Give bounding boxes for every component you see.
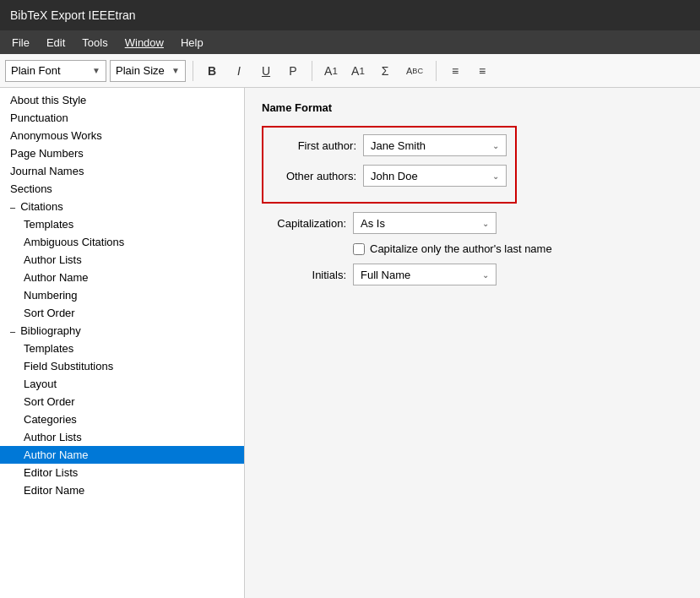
abc-button[interactable]: ABC: [400, 60, 429, 82]
initials-label: Initials:: [262, 269, 346, 281]
align-right-button[interactable]: ≡: [470, 60, 494, 82]
capitalize-checkbox[interactable]: [353, 243, 365, 255]
sidebar-label-editor-lists: Editor Lists: [24, 466, 78, 479]
sidebar-item-categories[interactable]: Categories: [0, 410, 244, 428]
other-authors-select[interactable]: John Doe ⌄: [363, 165, 507, 187]
sidebar-item-author-name-bib[interactable]: Author Name: [0, 446, 244, 464]
first-author-select[interactable]: Jane Smith ⌄: [363, 134, 507, 156]
size-arrow-icon: ▼: [171, 66, 180, 75]
sidebar-label-page-numbers: Page Numbers: [10, 147, 84, 160]
font-arrow-icon: ▼: [92, 66, 100, 75]
initials-arrow-icon: ⌄: [482, 270, 489, 280]
capitalization-select[interactable]: As Is ⌄: [353, 212, 497, 234]
capitalization-arrow-icon: ⌄: [482, 219, 489, 228]
menu-file[interactable]: File: [3, 33, 38, 52]
toolbar: Plain Font ▼ Plain Size ▼ B I U P A1 A1 …: [0, 54, 700, 88]
other-authors-label: Other authors:: [272, 170, 356, 182]
first-author-value: Jane Smith: [371, 139, 426, 152]
first-author-label: First author:: [272, 139, 356, 152]
other-authors-value: John Doe: [371, 170, 418, 182]
sidebar-item-anonymous[interactable]: Anonymous Works: [0, 127, 244, 144]
first-author-row: First author: Jane Smith ⌄: [272, 134, 507, 156]
app-title: BibTeX Export IEEEtran: [10, 8, 136, 22]
sidebar-item-journal-names[interactable]: Journal Names: [0, 162, 244, 180]
sidebar-item-sort-order-cit[interactable]: Sort Order: [0, 304, 244, 322]
toolbar-divider-3: [436, 61, 437, 81]
content-panel: Name Format First author: Jane Smith ⌄ O…: [245, 88, 700, 598]
sidebar-item-bibliography[interactable]: – Bibliography: [0, 322, 244, 340]
sidebar-item-author-lists-bib[interactable]: Author Lists: [0, 428, 244, 446]
sidebar-item-author-name-cit[interactable]: Author Name: [0, 269, 244, 286]
sidebar-item-sections[interactable]: Sections: [0, 180, 244, 198]
initials-value: Full Name: [361, 269, 410, 281]
sidebar-item-about[interactable]: About this Style: [0, 91, 244, 109]
sigma-button[interactable]: Σ: [373, 60, 397, 82]
sidebar-label-punctuation: Punctuation: [10, 111, 68, 124]
sidebar-label-about: About this Style: [10, 94, 86, 106]
sidebar-item-numbering[interactable]: Numbering: [0, 286, 244, 304]
title-bar: BibTeX Export IEEEtran: [0, 0, 700, 30]
sidebar-label-journal-names: Journal Names: [10, 165, 84, 177]
size-selector[interactable]: Plain Size ▼: [110, 60, 186, 82]
align-left-button[interactable]: ≡: [443, 60, 467, 82]
menu-help[interactable]: Help: [172, 33, 212, 52]
capitalize-checkbox-label: Capitalize only the author's last name: [370, 242, 552, 255]
sidebar-item-templates-cit[interactable]: Templates: [0, 215, 244, 233]
subscript-button[interactable]: A1: [346, 60, 370, 82]
sidebar-label-templates-cit: Templates: [24, 218, 73, 231]
sidebar-label-templates-bib: Templates: [24, 342, 73, 355]
other-authors-arrow-icon: ⌄: [492, 171, 499, 181]
toolbar-divider-2: [312, 61, 312, 81]
capitalization-row: Capitalization: As Is ⌄: [262, 212, 683, 234]
superscript-button[interactable]: A1: [319, 60, 343, 82]
sidebar-item-page-numbers[interactable]: Page Numbers: [0, 144, 244, 162]
italic-button[interactable]: I: [227, 60, 251, 82]
sidebar-label-field-subs: Field Substitutions: [24, 360, 113, 372]
bibliography-toggle-icon: –: [10, 326, 15, 336]
sidebar-label-citations: Citations: [20, 200, 63, 213]
sidebar-label-categories: Categories: [24, 413, 77, 426]
capitalization-label: Capitalization:: [262, 217, 346, 230]
sidebar-item-templates-bib[interactable]: Templates: [0, 340, 244, 357]
sidebar-item-punctuation[interactable]: Punctuation: [0, 109, 244, 127]
underline-button[interactable]: U: [254, 60, 278, 82]
menu-bar: File Edit Tools Window Help: [0, 30, 700, 54]
sidebar-label-author-lists-cit: Author Lists: [24, 253, 82, 266]
font-label: Plain Font: [11, 64, 61, 77]
first-author-arrow-icon: ⌄: [492, 141, 499, 150]
sidebar-label-sort-order-bib: Sort Order: [24, 395, 75, 408]
sidebar-item-layout[interactable]: Layout: [0, 375, 244, 393]
menu-edit[interactable]: Edit: [38, 33, 73, 52]
sidebar-label-sections: Sections: [10, 182, 52, 195]
sidebar-label-author-lists-bib: Author Lists: [24, 431, 82, 443]
sidebar-label-layout: Layout: [24, 378, 57, 390]
menu-window[interactable]: Window: [117, 33, 172, 52]
sidebar-item-author-lists-cit[interactable]: Author Lists: [0, 251, 244, 269]
font-selector[interactable]: Plain Font ▼: [5, 60, 106, 82]
section-title: Name Format: [262, 101, 683, 114]
sidebar-item-sort-order-bib[interactable]: Sort Order: [0, 393, 244, 410]
menu-tools[interactable]: Tools: [73, 33, 116, 52]
sidebar-item-citations[interactable]: – Citations: [0, 198, 244, 215]
sidebar-item-field-subs[interactable]: Field Substitutions: [0, 357, 244, 375]
plain-button[interactable]: P: [281, 60, 305, 82]
sidebar-label-ambiguous: Ambiguous Citations: [24, 236, 124, 248]
citations-toggle-icon: –: [10, 202, 15, 212]
toolbar-divider-1: [193, 61, 193, 81]
bold-button[interactable]: B: [200, 60, 224, 82]
sidebar: About this Style Punctuation Anonymous W…: [0, 88, 245, 598]
capitalization-value: As Is: [361, 217, 385, 230]
sidebar-item-editor-name[interactable]: Editor Name: [0, 481, 244, 499]
sidebar-label-editor-name: Editor Name: [24, 484, 84, 497]
size-label: Plain Size: [116, 64, 165, 77]
sidebar-label-author-name-bib: Author Name: [24, 448, 89, 461]
main-area: About this Style Punctuation Anonymous W…: [0, 88, 700, 598]
sidebar-item-editor-lists[interactable]: Editor Lists: [0, 464, 244, 481]
initials-select[interactable]: Full Name ⌄: [353, 264, 497, 285]
sidebar-item-ambiguous[interactable]: Ambiguous Citations: [0, 233, 244, 251]
name-format-box: First author: Jane Smith ⌄ Other authors…: [262, 126, 517, 204]
sidebar-label-anonymous: Anonymous Works: [10, 129, 102, 142]
sidebar-label-sort-order-cit: Sort Order: [24, 307, 75, 319]
sidebar-label-bibliography: Bibliography: [20, 324, 81, 337]
sidebar-label-numbering: Numbering: [24, 289, 78, 302]
